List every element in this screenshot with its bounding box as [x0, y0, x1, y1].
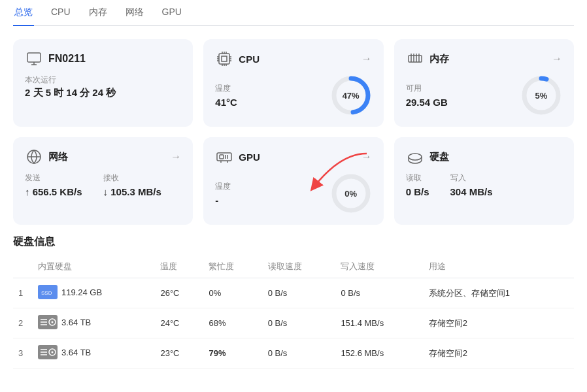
row-disk: 3.64 TB	[33, 338, 155, 368]
memory-card: 内存 → 可用 29.54 GB 5%	[394, 39, 574, 127]
svg-point-52	[52, 351, 54, 353]
disk-write: 写入 304 MB/s	[450, 172, 493, 197]
disk-section-title: 硬盘信息	[13, 235, 574, 249]
cpu-card: CPU → 温度 41°C 47%	[203, 39, 383, 127]
row-write: 0 B/s	[335, 278, 423, 308]
col-disk: 内置硬盘	[33, 257, 155, 278]
network-arrow[interactable]: →	[171, 151, 181, 163]
svg-rect-3	[219, 54, 229, 64]
memory-title: 内存	[429, 53, 449, 65]
disk-table: 内置硬盘 温度 繁忙度 读取速度 写入速度 用途 1 SSD 119.24 GB…	[13, 257, 574, 368]
gpu-icon	[215, 148, 233, 166]
row-usage: 存储空间2	[424, 308, 574, 338]
device-title: FN0211	[48, 53, 86, 65]
gpu-card: GPU → 温度 - 0%	[203, 137, 383, 225]
disk-icon	[406, 148, 424, 166]
memory-donut: 5%	[520, 74, 562, 116]
row-busy: 68%	[203, 308, 262, 338]
col-read: 读取速度	[263, 257, 336, 278]
device-icon	[25, 50, 43, 68]
row-disk: 3.64 TB	[33, 308, 155, 338]
gpu-donut: 0%	[330, 172, 372, 214]
memory-avail-label: 可用	[406, 83, 448, 94]
network-card: 网络 → 发送 ↑ 656.5 KB/s 接收 ↓ 105.3 MB/s	[13, 137, 193, 225]
memory-avail-value: 29.54 GB	[406, 97, 448, 108]
nav-tab-cpu[interactable]: CPU	[50, 0, 72, 26]
svg-rect-0	[27, 53, 41, 62]
svg-rect-19	[409, 56, 422, 62]
row-write: 152.6 MB/s	[335, 338, 423, 368]
row-index: 3	[13, 338, 33, 368]
disk-body: 读取 0 B/s 写入 304 MB/s	[406, 172, 562, 197]
memory-icon	[406, 50, 424, 68]
disk-read: 读取 0 B/s	[406, 172, 429, 197]
svg-rect-33	[220, 155, 224, 159]
disk-card: 硬盘 读取 0 B/s 写入 304 MB/s	[394, 137, 574, 225]
disk-read-label: 读取	[406, 172, 429, 184]
table-row: 1 SSD 119.24 GB 26°C 0% 0 B/s 0 B/s 系统分区…	[13, 278, 574, 308]
device-uptime: 2 天 5 时 14 分 24 秒	[25, 87, 181, 99]
disk-size: 3.64 TB	[61, 348, 91, 357]
cpu-donut: 47%	[330, 74, 372, 116]
row-read: 0 B/s	[263, 338, 336, 368]
row-busy: 79%	[203, 338, 262, 368]
col-busy: 繁忙度	[203, 257, 262, 278]
table-row: 3 3.64 TB 23°C 79% 0 B/s 152.6 MB/s 存储空间…	[13, 338, 574, 368]
gpu-arrow[interactable]: →	[361, 151, 372, 163]
network-title: 网络	[48, 151, 68, 163]
network-send-label: 发送	[25, 172, 82, 184]
svg-point-46	[52, 321, 54, 323]
gpu-temp-value: -	[215, 195, 231, 206]
memory-usage-label: 5%	[535, 91, 548, 101]
row-index: 1	[13, 278, 33, 308]
disk-entry-icon: SSD 119.24 GB	[38, 285, 102, 299]
network-send: 发送 ↑ 656.5 KB/s	[25, 172, 82, 197]
col-temp: 温度	[155, 257, 203, 278]
disk-write-label: 写入	[450, 172, 493, 184]
svg-rect-4	[222, 56, 227, 61]
disk-write-value: 304 MB/s	[450, 186, 493, 197]
svg-point-40	[409, 154, 422, 160]
col-write: 写入速度	[335, 257, 423, 278]
nav-tabs: 总览CPU内存网络GPU	[13, 0, 574, 26]
col-usage: 用途	[424, 257, 574, 278]
row-usage: 存储空间2	[424, 338, 574, 368]
row-temp: 23°C	[155, 338, 203, 368]
network-icon	[25, 148, 43, 166]
row-usage: 系统分区、存储空间1	[424, 278, 574, 308]
row-read: 0 B/s	[263, 308, 336, 338]
row-disk: SSD 119.24 GB	[33, 278, 155, 308]
svg-text:SSD: SSD	[41, 290, 52, 296]
gpu-temp-label: 温度	[215, 181, 231, 192]
cards-row-2: 网络 → 发送 ↑ 656.5 KB/s 接收 ↓ 105.3 MB/s	[13, 137, 574, 225]
cpu-usage-label: 47%	[343, 91, 360, 101]
memory-arrow[interactable]: →	[552, 53, 562, 65]
disk-title: 硬盘	[429, 151, 449, 163]
network-send-value: ↑ 656.5 KB/s	[25, 186, 82, 197]
network-recv: 接收 ↓ 105.3 MB/s	[103, 172, 161, 197]
disk-table-header: 内置硬盘 温度 繁忙度 读取速度 写入速度 用途	[13, 257, 574, 278]
row-read: 0 B/s	[263, 278, 336, 308]
disk-size: 119.24 GB	[61, 287, 102, 297]
disk-size: 3.64 TB	[61, 318, 91, 327]
row-index: 2	[13, 308, 33, 338]
network-body: 发送 ↑ 656.5 KB/s 接收 ↓ 105.3 MB/s	[25, 172, 181, 197]
nav-tab-gpu[interactable]: GPU	[161, 0, 183, 26]
table-row: 2 3.64 TB 24°C 68% 0 B/s 151.4 MB/s 存储空间…	[13, 308, 574, 338]
cards-row-1: FN0211 本次运行 2 天 5 时 14 分 24 秒 CP	[13, 39, 574, 127]
cpu-arrow[interactable]: →	[361, 53, 372, 65]
row-temp: 26°C	[155, 278, 203, 308]
row-temp: 24°C	[155, 308, 203, 338]
gpu-title: GPU	[239, 152, 260, 163]
nav-tab-memory[interactable]: 内存	[88, 0, 109, 26]
nav-tab-network[interactable]: 网络	[124, 0, 145, 26]
gpu-usage-label: 0%	[344, 189, 357, 199]
nav-tab-overview[interactable]: 总览	[13, 0, 34, 26]
disk-entry-icon: 3.64 TB	[38, 345, 91, 359]
device-subtitle: 本次运行	[25, 74, 181, 86]
cpu-icon	[215, 50, 233, 68]
disk-entry-icon: 3.64 TB	[38, 315, 91, 329]
disk-info-section: 硬盘信息 内置硬盘 温度 繁忙度 读取速度 写入速度 用途 1 SSD 119.…	[13, 235, 574, 368]
device-card: FN0211 本次运行 2 天 5 时 14 分 24 秒	[13, 39, 193, 127]
cpu-title: CPU	[239, 54, 260, 65]
